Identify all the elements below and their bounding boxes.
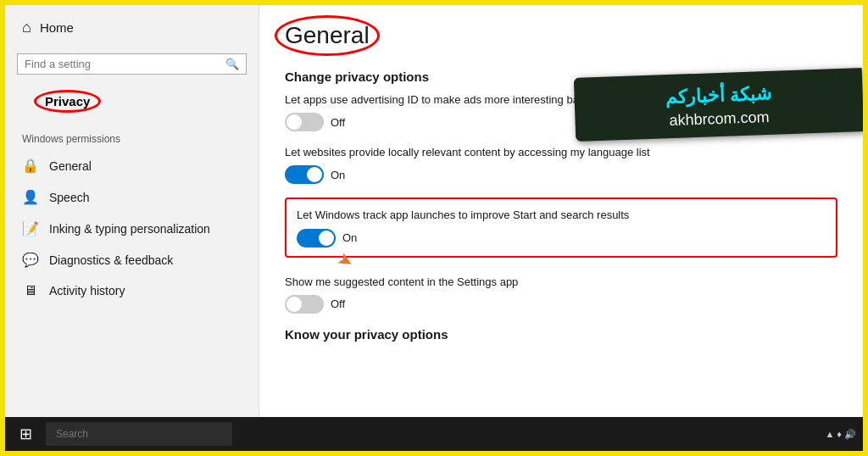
orange-arrow: ➤ [333, 247, 358, 274]
know-privacy-title: Know your privacy options [285, 327, 837, 342]
toggle-knob [287, 297, 302, 312]
inking-icon: 📝 [22, 220, 39, 236]
privacy-item-websites: Let websites provide locally relevant co… [285, 145, 837, 184]
toggle-knob [319, 231, 334, 246]
suggested-toggle[interactable] [285, 295, 324, 314]
websites-toggle-label: On [331, 169, 345, 181]
speech-icon: 👤 [22, 189, 39, 205]
advertising-toggle-label: Off [331, 116, 345, 129]
sidebar-item-general-label: General [49, 159, 92, 173]
taskbar-right: ▲ ♦ 🔊 [825, 429, 856, 440]
suggested-text: Show me suggested content in the Setting… [285, 275, 726, 290]
websites-toggle-row: On [285, 165, 837, 184]
lock-icon: 🔒 [22, 158, 39, 174]
sidebar: ⌂ Home 🔍 Privacy Windows permissions 🔒 G… [5, 5, 259, 417]
taskbar: ⊞ ▲ ♦ 🔊 [5, 417, 863, 451]
diagnostics-icon: 💬 [22, 252, 39, 268]
sidebar-item-activity[interactable]: 🖥 Activity history [5, 275, 259, 306]
search-icon: 🔍 [225, 58, 239, 70]
websites-text: Let websites provide locally relevant co… [285, 145, 726, 160]
privacy-item-track-launches: Let Windows track app launches to improv… [285, 197, 837, 257]
search-input[interactable] [25, 58, 225, 70]
sidebar-item-activity-label: Activity history [49, 284, 125, 298]
track-launches-toggle[interactable] [297, 229, 336, 247]
right-panel: General Change privacy options Let apps … [259, 5, 863, 417]
taskbar-icons: ▲ ♦ 🔊 [825, 429, 856, 440]
track-launches-toggle-row: On [297, 229, 826, 247]
taskbar-search-input[interactable] [46, 422, 232, 446]
general-heading-wrapper: General [285, 22, 370, 49]
toggle-knob [287, 114, 302, 130]
sidebar-item-inking-label: Inking & typing personalization [49, 222, 210, 236]
search-box[interactable]: 🔍 [17, 53, 247, 75]
toggle-knob [307, 167, 322, 182]
privacy-label[interactable]: Privacy [34, 90, 101, 113]
privacy-item-suggested: Show me suggested content in the Setting… [285, 275, 837, 314]
suggested-toggle-row: Off [285, 295, 837, 314]
watermark: شبكة أخباركم akhbrcom.com [574, 68, 863, 142]
privacy-section: Privacy [5, 85, 259, 121]
sidebar-item-inking[interactable]: 📝 Inking & typing personalization [5, 213, 259, 244]
sidebar-item-speech[interactable]: 👤 Speech [5, 181, 259, 213]
track-launches-text: Let Windows track app launches to improv… [297, 208, 737, 223]
general-heading: General [285, 22, 370, 49]
sidebar-home[interactable]: ⌂ Home [5, 5, 259, 50]
advertising-toggle[interactable] [285, 113, 324, 131]
activity-icon: 🖥 [22, 283, 39, 298]
websites-toggle[interactable] [285, 165, 324, 184]
home-icon: ⌂ [22, 19, 31, 36]
sidebar-item-diagnostics[interactable]: 💬 Diagnostics & feedback [5, 244, 259, 275]
start-button[interactable]: ⊞ [12, 420, 39, 448]
suggested-toggle-label: Off [331, 298, 345, 310]
sidebar-item-speech-label: Speech [49, 191, 89, 204]
sidebar-item-diagnostics-label: Diagnostics & feedback [49, 253, 173, 267]
track-launches-toggle-label: On [342, 231, 357, 244]
home-label: Home [40, 20, 74, 35]
sidebar-item-general[interactable]: 🔒 General [5, 150, 259, 181]
windows-permissions-label: Windows permissions [5, 121, 259, 150]
